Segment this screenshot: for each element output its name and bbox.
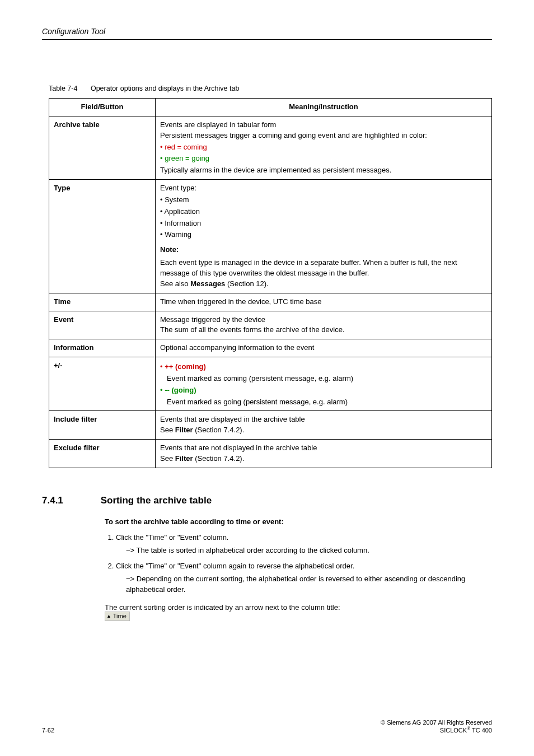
text-line: Events are displayed in tabular form xyxy=(160,120,487,130)
time-column-chip: ▲ Time xyxy=(105,612,130,621)
bullet-going: -- (going) xyxy=(160,385,487,396)
table-header-row: Field/Button Meaning/Instruction xyxy=(49,99,492,116)
closing-text: The current sorting order is indicated b… xyxy=(105,603,492,612)
procedure-steps: Click the "Time" or "Event" column. −> T… xyxy=(105,533,492,595)
going-desc: Event marked as going (persistent messag… xyxy=(160,397,487,408)
text-line: Events that are not displayed in the arc… xyxy=(160,443,487,454)
col-meaning: Meaning/Instruction xyxy=(156,99,492,116)
table-caption-text: Operator options and displays in the Arc… xyxy=(91,85,239,92)
field-archive-table: Archive table xyxy=(49,116,156,179)
meaning-include-filter: Events that are displayed in the archive… xyxy=(156,411,492,440)
step-1-result: −> The table is sorted in alphabetical o… xyxy=(126,545,492,556)
sort-arrow-icon: ▲ xyxy=(106,613,111,619)
text-line: Event type: xyxy=(160,183,487,194)
step-1-result-text: The table is sorted in alphabetical orde… xyxy=(137,546,369,554)
see-prefix: See xyxy=(160,454,175,463)
footer-right: © Siemens AG 2007 All Rights Reserved SI… xyxy=(381,719,492,734)
meaning-type: Event type: System Application Informati… xyxy=(156,180,492,293)
see-suffix: (Section 7.4.2). xyxy=(193,454,245,463)
field-include-filter: Include filter xyxy=(49,411,156,440)
meaning-information: Optional accompanying information to the… xyxy=(156,339,492,357)
page: Configuration Tool Table 7-4 Operator op… xyxy=(0,0,534,756)
see-line: See Filter (Section 7.4.2). xyxy=(160,425,487,436)
text-line: Message triggered by the device xyxy=(160,315,487,325)
bullet-red-coming: red = coming xyxy=(160,142,487,153)
bullet-coming-label: ++ (coming) xyxy=(165,362,206,371)
running-head: Configuration Tool xyxy=(42,27,492,40)
meaning-archive-table: Events are displayed in tabular form Per… xyxy=(156,116,492,179)
copyright-line: © Siemens AG 2007 All Rights Reserved xyxy=(381,719,492,726)
product-name: SICLOCK xyxy=(440,727,467,734)
text-line: Typically alarms in the device are imple… xyxy=(160,165,487,176)
table-row: Type Event type: System Application Info… xyxy=(49,180,492,293)
bullet-green-going: green = going xyxy=(160,153,487,164)
bullet-application: Application xyxy=(160,207,487,217)
see-line: See Filter (Section 7.4.2). xyxy=(160,454,487,464)
field-type: Type xyxy=(49,180,156,293)
table-row: Archive table Events are displayed in ta… xyxy=(49,116,492,179)
field-event: Event xyxy=(49,311,156,339)
product-line: SICLOCK® TC 400 xyxy=(381,726,492,734)
page-number: 7-62 xyxy=(42,727,54,734)
text-line: Events that are displayed in the archive… xyxy=(160,414,487,425)
step-1-text: Click the "Time" or "Event" column. xyxy=(116,533,228,542)
bullet-information: Information xyxy=(160,218,487,229)
see-prefix: See xyxy=(160,426,175,434)
table-row: Information Optional accompanying inform… xyxy=(49,339,492,357)
table-row: Time Time when triggered in the device, … xyxy=(49,293,492,311)
bullet-system: System xyxy=(160,195,487,206)
bullet-coming: ++ (coming) xyxy=(160,362,487,372)
field-information: Information xyxy=(49,339,156,357)
step-2-result-text: Depending on the current sorting, the al… xyxy=(126,575,465,594)
field-time: Time xyxy=(49,293,156,311)
page-footer: 7-62 © Siemens AG 2007 All Rights Reserv… xyxy=(42,719,492,734)
bullet-warning: Warning xyxy=(160,230,487,240)
step-2-result: −> Depending on the current sorting, the… xyxy=(126,574,492,595)
field-plus-minus: +/- xyxy=(49,357,156,411)
bullet-going-label: -- (going) xyxy=(165,386,196,394)
meaning-plus-minus: ++ (coming) Event marked as coming (pers… xyxy=(156,357,492,411)
copyright-text: Siemens AG 2007 All Rights Reserved xyxy=(387,719,492,726)
see-suffix: (Section 12). xyxy=(225,279,268,288)
meaning-time: Time when triggered in the device, UTC t… xyxy=(156,293,492,311)
step-2: Click the "Time" or "Event" column again… xyxy=(116,561,492,595)
section-number: 7.4.1 xyxy=(42,495,98,506)
step-1: Click the "Time" or "Event" column. −> T… xyxy=(116,533,492,556)
meaning-event: Message triggered by the device The sum … xyxy=(156,311,492,339)
see-bold: Filter xyxy=(175,426,193,434)
table-row: Include filter Events that are displayed… xyxy=(49,411,492,440)
step-2-text: Click the "Time" or "Event" column again… xyxy=(116,562,354,570)
coming-desc: Event marked as coming (persistent messa… xyxy=(160,374,487,384)
procedure-title: To sort the archive table according to t… xyxy=(105,517,492,526)
field-exclude-filter: Exclude filter xyxy=(49,440,156,468)
table-row: Event Message triggered by the device Th… xyxy=(49,311,492,339)
section-heading: 7.4.1 Sorting the archive table xyxy=(42,495,492,506)
table-caption: Table 7-4 Operator options and displays … xyxy=(42,85,492,92)
col-field-button: Field/Button xyxy=(49,99,156,116)
table-row: Exclude filter Events that are not displ… xyxy=(49,440,492,468)
section-body: To sort the archive table according to t… xyxy=(42,517,492,621)
table-number: Table 7-4 xyxy=(49,85,77,92)
note-text: Each event type is managed in the device… xyxy=(160,258,487,279)
options-table: Field/Button Meaning/Instruction Archive… xyxy=(49,98,492,468)
see-bold: Messages xyxy=(190,279,225,288)
product-model: TC 400 xyxy=(470,727,492,734)
see-prefix: See also xyxy=(160,279,190,288)
time-chip-label: Time xyxy=(113,613,127,619)
table-row: +/- ++ (coming) Event marked as coming (… xyxy=(49,357,492,411)
see-also: See also Messages (Section 12). xyxy=(160,279,487,290)
see-bold: Filter xyxy=(175,454,193,463)
text-line: Persistent messages trigger a coming and… xyxy=(160,130,487,141)
section-title: Sorting the archive table xyxy=(101,495,212,506)
note-label: Note: xyxy=(160,245,487,255)
see-suffix: (Section 7.4.2). xyxy=(193,426,245,434)
meaning-exclude-filter: Events that are not displayed in the arc… xyxy=(156,440,492,468)
text-line: The sum of all the events forms the arch… xyxy=(160,325,487,335)
